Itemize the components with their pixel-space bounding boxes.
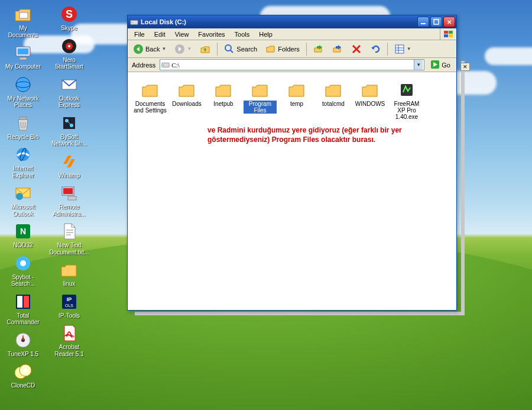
- menu-edit[interactable]: Edit: [150, 30, 170, 39]
- svg-rect-49: [449, 34, 453, 37]
- recycle-icon: [14, 114, 33, 133]
- menu-help[interactable]: Help: [255, 30, 277, 39]
- file-item[interactable]: Downloads: [169, 78, 205, 122]
- separator: [217, 43, 218, 56]
- svg-point-22: [24, 369, 27, 372]
- outlook-icon: [14, 183, 33, 202]
- address-box[interactable]: ▼: [160, 59, 424, 70]
- file-item-label: Inetpub: [213, 101, 233, 107]
- folders-label: Folders: [278, 46, 300, 53]
- undo-button[interactable]: [367, 42, 384, 56]
- desktop-icon-label: Total Commander: [4, 312, 43, 326]
- up-button[interactable]: [197, 42, 213, 56]
- desktop-icon-network[interactable]: My Network Places: [2, 74, 44, 110]
- file-item-label: WINDOWS: [355, 101, 385, 107]
- forward-button[interactable]: ▼: [171, 42, 194, 56]
- address-input[interactable]: [171, 62, 412, 69]
- desktop-icon-totalcmd[interactable]: Total Commander: [2, 291, 44, 327]
- file-item[interactable]: Program Files: [242, 78, 278, 122]
- menu-view[interactable]: View: [171, 30, 193, 39]
- desktop-icon-spybot[interactable]: Spybot - Search...: [2, 253, 44, 289]
- delete-button[interactable]: [348, 42, 365, 56]
- svg-point-4: [16, 78, 30, 92]
- folders-icon: [265, 44, 276, 54]
- file-item[interactable]: Inetpub: [206, 78, 241, 122]
- search-button[interactable]: Search: [221, 42, 260, 56]
- desktop-icon-label: CloneCD: [11, 382, 35, 389]
- menu-favorites[interactable]: Favorites: [194, 30, 229, 39]
- go-button[interactable]: Go: [427, 59, 454, 70]
- desktop-icon-oe[interactable]: Outlook Express: [48, 74, 90, 110]
- svg-point-14: [20, 260, 26, 266]
- desktop-icon-nod32[interactable]: NNOD32: [2, 221, 44, 250]
- desktop-icon-label: Internet Explorer: [4, 165, 43, 179]
- svg-point-10: [16, 193, 23, 200]
- desktop-icon-folder[interactable]: linux: [48, 259, 90, 289]
- desktop-icon-winamp[interactable]: Winamp: [48, 151, 90, 180]
- desktop-icon-tune[interactable]: TuneXP 1.5: [2, 330, 44, 359]
- desktop-icon-iptools[interactable]: IPOLSIP-Tools: [48, 291, 90, 321]
- desktop-icon-radmin[interactable]: Remote Administra...: [48, 182, 90, 218]
- svg-rect-6: [20, 117, 27, 120]
- file-item[interactable]: WINDOWS: [352, 78, 388, 122]
- desktop-icon-ie[interactable]: Internet Explorer: [2, 144, 44, 180]
- desktop-icon-bysoft[interactable]: BySoft Network Sh...: [48, 112, 90, 148]
- desktop-icon-outlook[interactable]: Microsoft Outlook: [2, 182, 44, 218]
- desktop-icon-label: My Documents: [4, 25, 43, 38]
- maximize-button[interactable]: [430, 17, 442, 27]
- copy-to-button[interactable]: [329, 42, 346, 56]
- folders-button[interactable]: Folders: [262, 42, 303, 56]
- network-icon: [14, 75, 33, 94]
- file-item[interactable]: Documents and Settings: [132, 78, 168, 122]
- desktop-icon-label: TuneXP 1.5: [8, 351, 38, 358]
- desktop-icon-computer[interactable]: My Computer: [2, 42, 44, 72]
- back-label: Back: [145, 46, 160, 53]
- address-dropdown-button[interactable]: ▼: [414, 60, 423, 70]
- desktop-icon-clonecd[interactable]: CloneCD: [2, 361, 44, 390]
- chevron-down-icon: ▼: [187, 46, 192, 51]
- iptools-icon: IPOLS: [60, 292, 79, 311]
- desktop-icon-docs[interactable]: My Documents: [2, 4, 44, 40]
- file-item-label: Documents and Settings: [134, 101, 167, 114]
- minimize-button[interactable]: [417, 17, 429, 27]
- tune-icon: [14, 331, 33, 350]
- menubar: FileEditViewFavoritesToolsHelp: [128, 28, 456, 40]
- back-button[interactable]: Back ▼: [130, 42, 169, 56]
- svg-rect-17: [24, 296, 29, 308]
- desktop-icon-txt[interactable]: New Text Document.txt...: [48, 221, 90, 257]
- content-pane[interactable]: Documents and SettingsDownloadsInetpubPr…: [128, 72, 456, 310]
- file-item[interactable]: temp: [279, 78, 314, 122]
- file-item[interactable]: FreeRAM XP Pro 1.40.exe: [389, 78, 424, 122]
- delete-icon: [351, 44, 362, 54]
- totalcmd-icon: [14, 292, 33, 311]
- acrobat-icon: [60, 324, 79, 343]
- search-label: Search: [236, 46, 257, 53]
- views-button[interactable]: ▼: [391, 42, 414, 56]
- desktop-icon-acrobat[interactable]: Acrobat Reader 5.1: [48, 322, 90, 359]
- desktop-icon-nero[interactable]: Nero StartSmart: [48, 35, 90, 72]
- svg-rect-44: [421, 23, 426, 24]
- svg-text:S: S: [66, 8, 73, 20]
- menu-tools[interactable]: Tools: [231, 30, 254, 39]
- toolbar: Back ▼ ▼ Search Folders ▼: [128, 40, 456, 58]
- desktop-icon-label: IP-Tools: [59, 312, 80, 319]
- window-title: Local Disk (C:): [141, 18, 417, 25]
- svg-rect-47: [449, 31, 453, 34]
- file-item-label: Program Files: [244, 101, 277, 114]
- desktop-icon-label: Outlook Express: [50, 95, 89, 109]
- background-window-close-button[interactable]: ✕: [460, 63, 470, 71]
- desktop-icon-label: NOD32: [13, 242, 33, 249]
- menu-file[interactable]: File: [130, 30, 149, 39]
- desktop-icon-skype[interactable]: SSkype: [48, 4, 90, 33]
- move-to-icon: [313, 44, 324, 54]
- close-button[interactable]: ✕: [443, 17, 455, 27]
- desktop-icon-label: BySoft Network Sh...: [50, 134, 89, 147]
- desktop-icon-recycle[interactable]: Recycle Bin: [2, 112, 44, 142]
- clonecd-icon: [14, 362, 33, 381]
- desktop-icon-label: Winamp: [59, 172, 80, 179]
- titlebar[interactable]: Local Disk (C:) ✕: [128, 15, 456, 28]
- folder-icon: [251, 80, 270, 99]
- move-to-button[interactable]: [310, 42, 327, 56]
- file-item[interactable]: totalcmd: [316, 78, 351, 122]
- folder-icon: [214, 80, 233, 99]
